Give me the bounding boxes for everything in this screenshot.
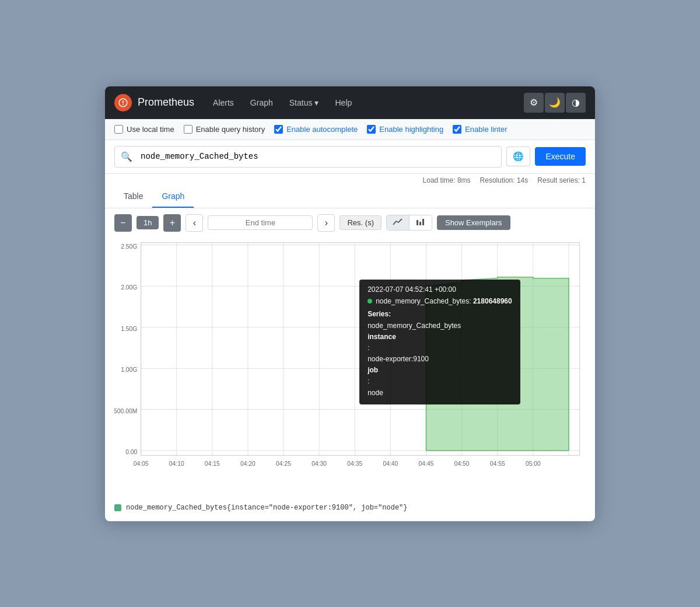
toolbar: Use local time Enable query history Enab… <box>105 119 595 140</box>
svg-text:04:35: 04:35 <box>347 460 362 466</box>
brand: Prometheus <box>114 94 194 111</box>
contrast-icon[interactable]: ◑ <box>566 93 586 113</box>
nav-help[interactable]: Help <box>328 93 359 112</box>
resolution: Resolution: 14s <box>480 176 528 184</box>
svg-text:2.00G: 2.00G <box>121 284 137 291</box>
local-time-label: Use local time <box>127 125 174 134</box>
query-history-checkbox[interactable] <box>184 125 192 134</box>
svg-text:04:40: 04:40 <box>383 460 398 466</box>
linter-checkbox[interactable] <box>453 125 461 134</box>
svg-text:04:30: 04:30 <box>312 460 327 466</box>
svg-text:04:20: 04:20 <box>240 460 256 466</box>
load-time: Load time: 8ms <box>423 176 471 184</box>
chart-svg: 2.50G 2.00G 1.50G 1.00G 500.00M 0.00 <box>114 238 586 494</box>
execute-button[interactable]: Execute <box>535 147 586 166</box>
search-input[interactable] <box>138 147 501 166</box>
search-icon[interactable]: 🔍 <box>115 146 138 167</box>
svg-text:04:25: 04:25 <box>276 460 291 466</box>
autocomplete-checkbox[interactable] <box>274 125 283 134</box>
nav-alerts[interactable]: Alerts <box>206 93 241 112</box>
nav-status-label: Status <box>289 98 313 107</box>
graph-controls: − 1h + ‹ › Res. (s) Show Exemplars <box>105 208 595 238</box>
end-time-input[interactable] <box>208 215 313 230</box>
brand-logo <box>114 94 132 111</box>
chart-container: 2.50G 2.00G 1.50G 1.00G 500.00M 0.00 <box>114 238 586 494</box>
brand-title: Prometheus <box>138 96 194 109</box>
navbar: Prometheus Alerts Graph Status ▾ Help ⚙ … <box>105 86 595 119</box>
prev-time-button[interactable]: ‹ <box>186 214 203 232</box>
globe-icon[interactable]: 🌐 <box>506 146 530 166</box>
nav-icons: ⚙ 🌙 ◑ <box>524 93 586 113</box>
tab-table[interactable]: Table <box>114 186 152 208</box>
highlighting-checkbox-group[interactable]: Enable highlighting <box>367 125 443 134</box>
local-time-checkbox[interactable] <box>114 125 123 134</box>
svg-text:1.00G: 1.00G <box>121 367 137 373</box>
nav-status[interactable]: Status ▾ <box>282 93 326 112</box>
chevron-down-icon: ▾ <box>314 98 318 107</box>
svg-text:1.50G: 1.50G <box>121 325 137 332</box>
autocomplete-label: Enable autocomplete <box>286 125 358 134</box>
linter-label: Enable linter <box>465 125 507 134</box>
legend-color-swatch <box>114 504 121 511</box>
duration-plus-button[interactable]: + <box>163 214 181 232</box>
highlighting-checkbox[interactable] <box>367 125 376 134</box>
show-exemplars-button[interactable]: Show Exemplars <box>437 215 510 230</box>
svg-text:2.50G: 2.50G <box>121 243 137 250</box>
svg-text:04:05: 04:05 <box>134 460 149 466</box>
query-history-label: Enable query history <box>196 125 265 134</box>
duration-value: 1h <box>136 216 159 229</box>
search-bar: 🔍 🌐 Execute <box>105 140 595 174</box>
main-window: Prometheus Alerts Graph Status ▾ Help ⚙ … <box>105 86 595 521</box>
settings-icon[interactable]: ⚙ <box>524 93 544 113</box>
svg-rect-2 <box>422 219 424 225</box>
svg-text:04:45: 04:45 <box>419 460 434 466</box>
tabs: Table Graph <box>105 186 595 208</box>
svg-text:04:50: 04:50 <box>454 460 470 466</box>
line-chart-icon[interactable] <box>387 215 410 230</box>
svg-rect-1 <box>419 222 421 225</box>
duration-minus-button[interactable]: − <box>114 214 132 232</box>
chart-type-toggle <box>386 215 432 231</box>
dark-mode-icon[interactable]: 🌙 <box>545 93 565 113</box>
resolution-button[interactable]: Res. (s) <box>340 215 382 230</box>
result-series: Result series: 1 <box>537 176 586 184</box>
svg-text:04:10: 04:10 <box>169 460 184 466</box>
local-time-checkbox-group[interactable]: Use local time <box>114 125 174 134</box>
linter-checkbox-group[interactable]: Enable linter <box>453 125 507 134</box>
svg-text:04:15: 04:15 <box>205 460 220 466</box>
svg-text:500.00M: 500.00M <box>114 407 137 414</box>
bar-chart-icon[interactable] <box>410 215 432 230</box>
search-input-wrap: 🔍 <box>114 146 502 168</box>
prometheus-logo-icon <box>118 97 128 108</box>
chart-area: 2.50G 2.00G 1.50G 1.00G 500.00M 0.00 <box>105 238 595 499</box>
svg-text:04:55: 04:55 <box>490 460 505 466</box>
autocomplete-checkbox-group[interactable]: Enable autocomplete <box>274 125 358 134</box>
meta-bar: Load time: 8ms Resolution: 14s Result se… <box>105 174 595 186</box>
svg-text:05:00: 05:00 <box>526 460 541 466</box>
svg-marker-28 <box>426 277 569 450</box>
highlighting-label: Enable highlighting <box>379 125 443 134</box>
nav-links: Alerts Graph Status ▾ Help <box>206 93 524 112</box>
svg-rect-0 <box>416 220 418 225</box>
legend: node_memory_Cached_bytes{instance="node-… <box>105 499 595 521</box>
nav-graph[interactable]: Graph <box>243 93 280 112</box>
legend-label: node_memory_Cached_bytes{instance="node-… <box>126 504 407 512</box>
next-time-button[interactable]: › <box>317 214 335 232</box>
query-history-checkbox-group[interactable]: Enable query history <box>184 125 265 134</box>
tab-graph[interactable]: Graph <box>152 186 194 208</box>
svg-text:0.00: 0.00 <box>125 449 137 455</box>
